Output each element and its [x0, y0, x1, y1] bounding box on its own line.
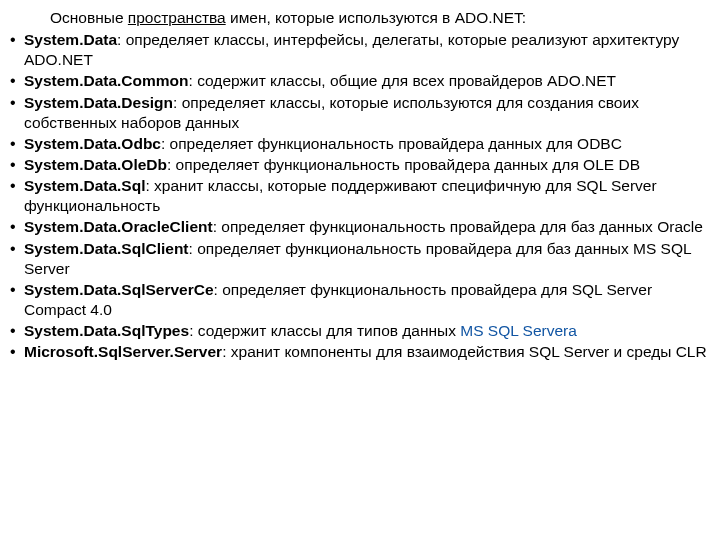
intro-post: имен, которые используются в ADO.NET:	[226, 9, 526, 26]
namespace-desc: : содержит классы для типов данных	[189, 322, 460, 339]
namespace-name: System.Data.SqlServerCe	[24, 281, 214, 298]
namespace-desc: : определяет функциональность провайдера…	[167, 156, 640, 173]
namespace-list: System.Data: определяет классы, интерфей…	[8, 30, 708, 362]
namespace-desc: : определяет классы, интерфейсы, делегат…	[24, 31, 679, 68]
list-item: System.Data.SqlTypes: содержит классы дл…	[8, 321, 708, 341]
list-item: System.Data.Sql: хранит классы, которые …	[8, 176, 708, 216]
list-item: System.Data.Common: содержит классы, общ…	[8, 71, 708, 91]
namespace-desc: : хранит компоненты для взаимодействия S…	[222, 343, 707, 360]
namespace-desc: : определяет функциональность провайдера…	[213, 218, 703, 235]
list-item: System.Data.SqlClient: определяет функци…	[8, 239, 708, 279]
list-item: System.Data.SqlServerCe: определяет функ…	[8, 280, 708, 320]
namespace-name: System.Data.Design	[24, 94, 173, 111]
intro-underlined: пространства	[128, 9, 226, 26]
list-item: System.Data.Odbc: определяет функциональ…	[8, 134, 708, 154]
namespace-name: System.Data.OracleClient	[24, 218, 213, 235]
namespace-name: System.Data	[24, 31, 117, 48]
namespace-name: System.Data.SqlTypes	[24, 322, 189, 339]
namespace-name: System.Data.Sql	[24, 177, 145, 194]
list-item: System.Data.Design: определяет классы, к…	[8, 93, 708, 133]
namespace-desc: : определяет функциональность провайдера…	[161, 135, 622, 152]
list-item: System.Data: определяет классы, интерфей…	[8, 30, 708, 70]
namespace-name: System.Data.SqlClient	[24, 240, 189, 257]
namespace-name: Microsoft.SqlServer.Server	[24, 343, 222, 360]
list-item: System.Data.OleDb: определяет функционал…	[8, 155, 708, 175]
namespace-name: System.Data.OleDb	[24, 156, 167, 173]
intro-line: Основные пространства имен, которые испо…	[50, 8, 708, 28]
list-item: System.Data.OracleClient: определяет фун…	[8, 217, 708, 237]
namespace-name: System.Data.Common	[24, 72, 189, 89]
ms-sql-link[interactable]: MS SQL Servera	[460, 322, 577, 339]
namespace-desc: : содержит классы, общие для всех провай…	[189, 72, 617, 89]
intro-pre: Основные	[50, 9, 128, 26]
namespace-name: System.Data.Odbc	[24, 135, 161, 152]
list-item: Microsoft.SqlServer.Server: хранит компо…	[8, 342, 708, 362]
